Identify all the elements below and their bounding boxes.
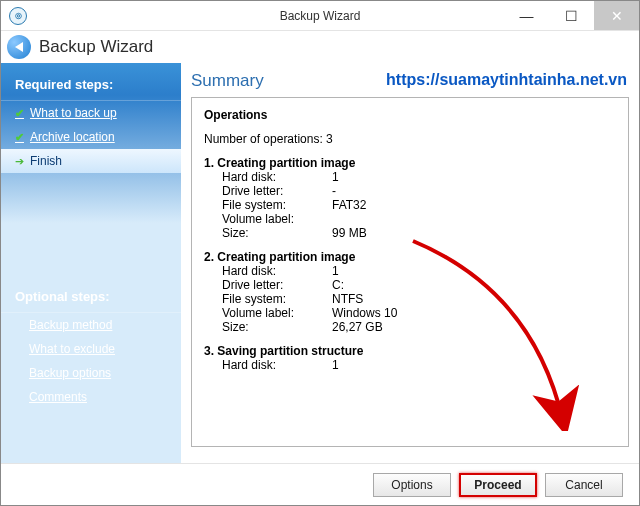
- optional-steps-label: Optional steps:: [1, 283, 181, 313]
- num-operations: Number of operations: 3: [204, 132, 616, 146]
- operations-panel: Operations Number of operations: 3 1. Cr…: [191, 97, 629, 447]
- operation-3-title: 3. Saving partition structure: [204, 344, 363, 358]
- operation-2-title: 2. Creating partition image: [204, 250, 355, 264]
- window-title: Backup Wizard: [280, 9, 361, 23]
- options-button[interactable]: Options: [373, 473, 451, 497]
- footer: Options Proceed Cancel: [1, 463, 639, 505]
- proceed-button[interactable]: Proceed: [459, 473, 537, 497]
- operation-2: 2. Creating partition image Hard disk:1 …: [204, 250, 616, 334]
- app-icon: ◎: [9, 7, 27, 25]
- wizard-body: Required steps: What to back up Archive …: [1, 63, 639, 463]
- titlebar: ◎ Backup Wizard — ☐ ✕: [1, 1, 639, 31]
- sidebar-item-backup-method[interactable]: Backup method: [1, 313, 181, 337]
- page-title: Backup Wizard: [39, 37, 153, 57]
- sidebar-item-what-to-exclude[interactable]: What to exclude: [1, 337, 181, 361]
- header: Backup Wizard: [1, 31, 639, 63]
- maximize-button[interactable]: ☐: [549, 1, 594, 30]
- sidebar-item-backup-options[interactable]: Backup options: [1, 361, 181, 385]
- operation-3: 3. Saving partition structure Hard disk:…: [204, 344, 616, 372]
- sidebar: Required steps: What to back up Archive …: [1, 63, 181, 463]
- sidebar-item-finish[interactable]: Finish: [1, 149, 181, 173]
- operation-1-title: 1. Creating partition image: [204, 156, 355, 170]
- cancel-button[interactable]: Cancel: [545, 473, 623, 497]
- sidebar-item-comments[interactable]: Comments: [1, 385, 181, 409]
- sidebar-item-archive-location[interactable]: Archive location: [1, 125, 181, 149]
- back-arrow-icon: [15, 42, 23, 52]
- close-button[interactable]: ✕: [594, 1, 639, 30]
- summary-title: Summary: [191, 71, 264, 91]
- window-controls: — ☐ ✕: [504, 1, 639, 30]
- sidebar-item-what-to-back-up[interactable]: What to back up: [1, 101, 181, 125]
- back-button[interactable]: [7, 35, 31, 59]
- minimize-button[interactable]: —: [504, 1, 549, 30]
- watermark-text: https://suamaytinhtainha.net.vn: [386, 71, 627, 89]
- operations-heading: Operations: [204, 108, 267, 122]
- required-steps-label: Required steps:: [1, 71, 181, 101]
- main-panel: Summary https://suamaytinhtainha.net.vn …: [181, 63, 639, 463]
- operation-1: 1. Creating partition image Hard disk:1 …: [204, 156, 616, 240]
